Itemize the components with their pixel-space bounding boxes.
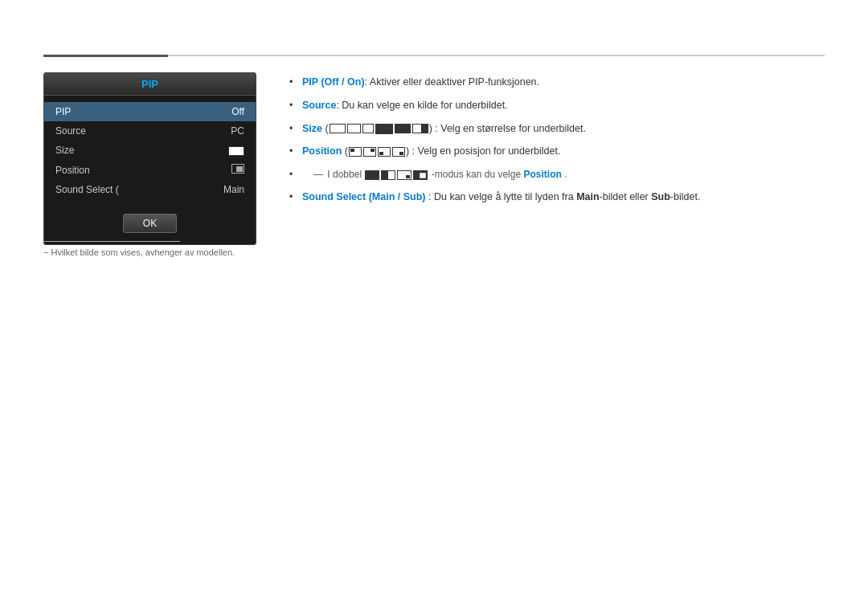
dbl-icon-2 [381,170,395,180]
pip-item-label-soundselect: Sound Select ( [55,184,119,195]
size-icon-6 [412,124,428,133]
bullet-item-pip: PIP (Off / On): Aktiver eller deaktiver … [289,71,825,94]
bullet-item-soundselect: Sound Select (Main / Sub) : Du kan velge… [289,186,825,209]
size-icon-2 [347,124,361,133]
pos-icon-bl [378,147,391,157]
top-divider-accent [43,55,168,57]
size-icon-group [330,124,428,134]
size-icon-small [228,146,244,156]
content-area: PIP (Off / On): Aktiver eller deaktiver … [289,71,825,209]
position-label: Position [302,145,342,157]
dbl-icon-1 [365,170,379,180]
size-label: Size [302,123,322,134]
position-desc: : Velg en posisjon for underbildet. [412,145,561,157]
pip-menu-list: PIP Off Source PC Size Position Sound Se… [44,96,256,206]
pip-menu-item-size[interactable]: Size [44,141,256,160]
pip-item-value-source: PC [231,125,244,137]
bullet-item-size: Size ( ) : Velg en størrelse for underbi… [289,117,825,141]
pos-icon-br [392,147,405,157]
ok-button[interactable]: OK [123,214,177,233]
ok-button-container: OK [44,206,256,244]
size-icon-5 [395,124,411,133]
pos-dot-tr [371,149,375,152]
double-position-label: Position [523,169,561,180]
bullet-list: PIP (Off / On): Aktiver eller deaktiver … [289,71,825,209]
pos-icon-tl [349,147,362,157]
pip-item-label-position: Position [55,165,90,176]
position-icon-group [349,147,405,157]
source-label: Source [302,100,336,111]
pos-icon-tr [363,147,376,157]
pip-item-value-size [228,145,244,156]
soundselect-label: Sound Select (Main / Sub) [302,191,426,202]
pip-panel: PIP PIP Off Source PC Size Position Soun… [43,72,256,245]
size-icon-4 [375,124,393,134]
double-period: . [564,169,567,180]
double-suffix: -modus kan du velge [432,169,524,180]
pip-panel-title: PIP [44,73,256,96]
footnote-divider [43,241,180,242]
pip-menu-item-source[interactable]: Source PC [44,121,256,141]
pos-dot-bl [379,152,383,155]
pip-menu-item-soundselect[interactable]: Sound Select ( Main [44,180,256,199]
double-prefix: I dobbel [327,169,364,180]
size-icons-inline: ( ) [326,123,436,134]
pip-item-value-soundselect: Main [223,184,244,195]
pip-item-value-position [231,164,244,176]
bullet-item-position: Position ( ) : Velg en posisjon for unde… [289,140,825,163]
size-desc: : Velg en størrelse for underbildet. [435,123,586,134]
pip-item-value-pip: Off [231,106,244,117]
dbl-icon-4 [413,170,428,180]
pip-item-label-pip: PIP [55,106,71,117]
double-icon-group [365,170,428,180]
pip-item-label-source: Source [55,125,86,137]
pos-dot-tl [350,149,354,152]
position-icon [231,164,244,174]
dbl-icon-3-dot [406,175,410,178]
source-desc: : Du kan velge en kilde for underbildet. [336,100,507,111]
pip-menu-item-pip[interactable]: PIP Off [44,102,256,121]
size-icon-1 [330,124,346,133]
dbl-icon-3 [397,170,411,180]
bullet-item-source: Source: Du kan velge en kilde for underb… [289,94,825,117]
pip-item-label-size: Size [55,145,74,156]
pos-dot-br [399,152,403,155]
pip-label: PIP (Off / On) [302,76,365,88]
pip-menu-item-position[interactable]: Position [44,160,256,180]
soundselect-desc: : Du kan velge å lytte til lyden fra Mai… [428,191,700,202]
bullet-item-double: — I dobbel -modus kan du velge Position … [289,163,825,186]
pip-desc: : Aktiver eller deaktiver PIP-funksjonen… [365,76,539,88]
size-icon-3 [362,124,374,133]
footnote-text: − Hvilket bilde som vises, avhenger av m… [43,247,235,257]
position-icons-inline: ( ) [345,145,412,157]
